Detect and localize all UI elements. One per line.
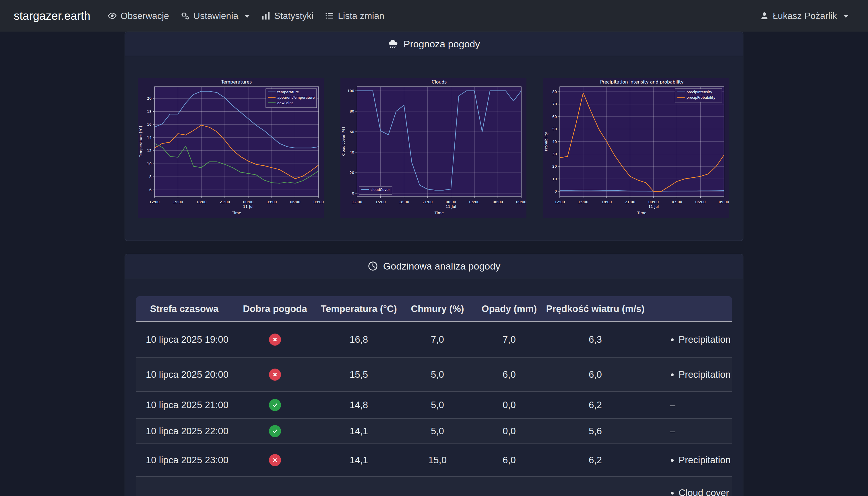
svg-text:6: 6 — [149, 188, 152, 192]
clock-icon — [368, 261, 378, 271]
cell-wind: 5,6 — [544, 418, 647, 444]
nav-item-ustawienia[interactable]: Ustawienia — [175, 11, 256, 21]
svg-text:03:00: 03:00 — [267, 200, 277, 204]
svg-text:cloudCover: cloudCover — [371, 188, 390, 192]
cell-notes: Precipitation — [647, 358, 732, 391]
svg-text:11-Jul: 11-Jul — [446, 204, 456, 209]
cell-time: 10 lipca 2025 21:00 — [136, 391, 232, 418]
x-circle-icon — [269, 369, 281, 381]
cell-precipitation: 6,0 — [475, 358, 544, 391]
svg-text:10: 10 — [552, 177, 557, 181]
column-header-6 — [647, 296, 732, 322]
cell-wind: 6,0 — [544, 358, 647, 391]
cell-notes: Cloud cover — [647, 477, 732, 496]
svg-text:12:00: 12:00 — [149, 200, 159, 204]
svg-text:21:00: 21:00 — [625, 200, 635, 204]
cell-clouds — [400, 477, 475, 496]
cell-wind — [544, 477, 647, 496]
svg-text:Cloud cover [%]: Cloud cover [%] — [341, 127, 345, 156]
navbar: stargazer.earth Obserwacje Ustawienia — [0, 0, 868, 32]
cell-good-weather — [232, 358, 317, 391]
svg-text:15:00: 15:00 — [375, 200, 386, 204]
cell-notes: – — [647, 418, 732, 444]
analysis-table: Strefa czasowaDobra pogodaTemperatura (°… — [136, 296, 732, 496]
precipitation-chart: 0102030405060708012:0015:0018:0021:0000:… — [543, 78, 729, 218]
svg-text:dewPoint: dewPoint — [277, 101, 293, 105]
table-row: 10 lipca 2025 19:0016,87,07,06,3Precipit… — [136, 322, 732, 358]
nav-item-obserwacje[interactable]: Obserwacje — [102, 11, 175, 21]
column-header-3: Chmury (%) — [400, 296, 475, 322]
temperatures-chart: 6810121416182012:0015:0018:0021:0000:001… — [138, 78, 324, 218]
cell-good-weather — [232, 322, 317, 358]
svg-text:18:00: 18:00 — [399, 200, 409, 204]
table-row: 10 lipca 2025 20:0015,55,06,06,0Precipit… — [136, 358, 732, 391]
no-notes-dash: – — [670, 426, 675, 437]
svg-text:40: 40 — [350, 150, 354, 154]
cell-good-weather — [232, 477, 317, 496]
cloud-rain-icon — [388, 39, 399, 49]
svg-text:80: 80 — [350, 109, 354, 113]
cell-notes: Precipitation — [647, 444, 732, 477]
x-circle-icon — [269, 454, 281, 466]
table-row: 10 lipca 2025 21:0014,85,00,06,2– — [136, 391, 732, 418]
svg-text:03:00: 03:00 — [672, 200, 682, 204]
svg-text:100: 100 — [347, 89, 354, 93]
cell-time — [136, 477, 232, 496]
nav-item-label: Statystyki — [274, 11, 313, 21]
table-body: 10 lipca 2025 19:0016,87,07,06,3Precipit… — [136, 322, 732, 496]
svg-text:Precipitation intensity and pr: Precipitation intensity and probability — [600, 79, 684, 85]
cell-time: 10 lipca 2025 20:00 — [136, 358, 232, 391]
column-header-5: Prędkość wiatru (m/s) — [544, 296, 647, 322]
cell-time: 10 lipca 2025 19:00 — [136, 322, 232, 358]
nav-item-label: Obserwacje — [121, 11, 169, 21]
column-header-4: Opady (mm) — [475, 296, 544, 322]
svg-text:20: 20 — [350, 170, 354, 175]
svg-text:0: 0 — [352, 191, 354, 196]
check-circle-icon — [269, 399, 281, 411]
nav-item-lista-zmian[interactable]: Lista zmian — [319, 11, 390, 21]
svg-text:03:00: 03:00 — [469, 200, 480, 204]
cell-temperature: 16,8 — [317, 322, 400, 358]
svg-text:temperature: temperature — [277, 90, 299, 94]
svg-text:09:00: 09:00 — [313, 200, 324, 204]
table-row: 10 lipca 2025 22:0014,15,00,05,6– — [136, 418, 732, 444]
cell-good-weather — [232, 391, 317, 418]
svg-text:Time: Time — [434, 211, 444, 215]
svg-text:Temperature [°C]: Temperature [°C] — [139, 126, 143, 157]
user-menu[interactable]: Łukasz Pożarlik — [754, 11, 854, 21]
svg-text:18:00: 18:00 — [601, 200, 612, 204]
cell-good-weather — [232, 444, 317, 477]
eye-icon — [108, 11, 117, 20]
svg-text:14: 14 — [147, 136, 152, 140]
header-row: Strefa czasowaDobra pogodaTemperatura (°… — [136, 296, 732, 322]
person-icon — [760, 11, 769, 20]
svg-text:Time: Time — [232, 211, 241, 215]
cell-precipitation: 0,0 — [475, 418, 544, 444]
cell-precipitation: 7,0 — [475, 322, 544, 358]
svg-text:11-Jul: 11-Jul — [243, 204, 253, 209]
svg-text:18: 18 — [147, 109, 152, 114]
svg-text:0: 0 — [555, 189, 557, 193]
notes-list: Precipitation — [670, 369, 732, 381]
notes-list: Cloud cover — [670, 487, 732, 496]
column-header-1: Dobra pogoda — [232, 296, 317, 322]
note-item: Cloud cover — [679, 487, 732, 496]
svg-text:00:00: 00:00 — [648, 200, 659, 204]
nav-item-statystyki[interactable]: Statystyki — [255, 11, 319, 21]
column-header-2: Temperatura (°C) — [317, 296, 400, 322]
cell-clouds: 5,0 — [400, 418, 475, 444]
svg-text:apparentTemperature: apparentTemperature — [277, 96, 314, 99]
brand-link[interactable]: stargazer.earth — [14, 10, 90, 22]
svg-text:06:00: 06:00 — [695, 200, 706, 204]
svg-text:20: 20 — [147, 96, 152, 100]
main-content: Prognoza pogody 6810121416182012:0015:00… — [125, 32, 743, 496]
app-root: stargazer.earth Obserwacje Ustawienia — [0, 0, 868, 496]
svg-text:12: 12 — [147, 149, 152, 153]
svg-text:60: 60 — [350, 130, 354, 134]
cell-clouds: 15,0 — [400, 444, 475, 477]
notes-list: Precipitation — [670, 334, 732, 345]
cell-clouds: 7,0 — [400, 322, 475, 358]
cell-temperature: 15,5 — [317, 358, 400, 391]
forecast-card-title: Prognoza pogody — [404, 38, 480, 50]
cell-notes: Precipitation — [647, 322, 732, 358]
